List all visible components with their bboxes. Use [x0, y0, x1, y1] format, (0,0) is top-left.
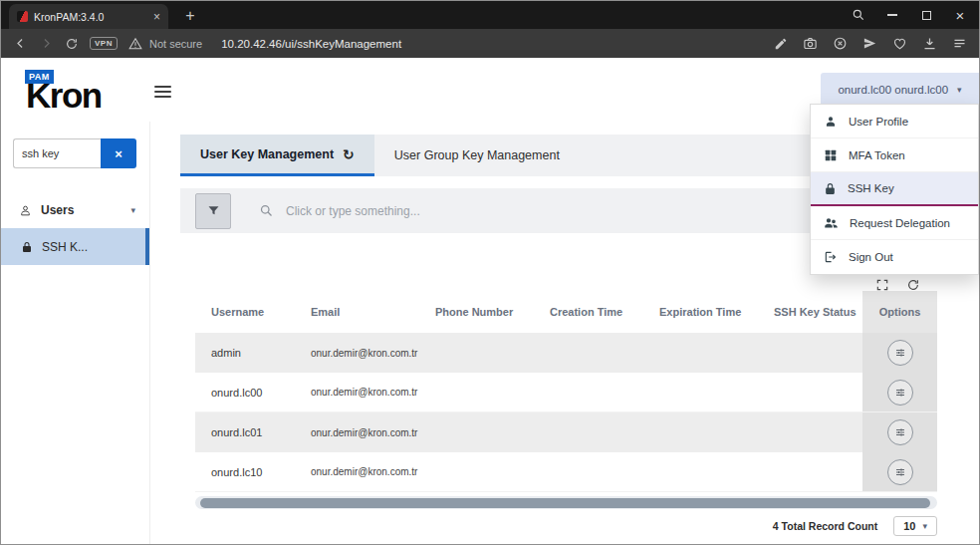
forward-icon[interactable]: [39, 36, 54, 51]
chevron-down-icon: ▾: [922, 521, 927, 531]
menu-toggle-icon[interactable]: [154, 86, 171, 101]
user-dropdown-menu: User Profile MFA Token SSH Key Request D…: [810, 104, 979, 275]
column-header-username[interactable]: Username: [195, 291, 295, 333]
row-options-button[interactable]: [887, 419, 913, 445]
new-tab-button[interactable]: +: [178, 4, 202, 28]
column-header-ssh-key-status[interactable]: SSH Key Status: [758, 291, 862, 333]
menu-item-label: Request Delegation: [850, 217, 950, 229]
tab-title: KronPAM:3.4.0: [34, 11, 147, 23]
sidebar-item-users[interactable]: Users ▾: [1, 196, 149, 224]
cell-expiration-time: [643, 333, 758, 373]
filter-button[interactable]: [195, 193, 231, 229]
edit-page-icon[interactable]: [774, 37, 788, 51]
search-icon: [259, 203, 274, 218]
column-header-phone-number[interactable]: Phone Number: [419, 291, 534, 333]
table-row[interactable]: onurd.lc00 onur.demir@kron.com.tr: [195, 373, 937, 412]
table-row[interactable]: admin onur.demir@kron.com.tr: [195, 333, 937, 373]
blocked-icon[interactable]: [833, 36, 848, 51]
cell-phone: [419, 452, 534, 491]
sliders-icon: [894, 426, 906, 438]
sidebar-search: ×: [13, 138, 136, 168]
downloads-icon[interactable]: [922, 36, 937, 51]
table-search-input[interactable]: [286, 204, 605, 218]
column-header-creation-time[interactable]: Creation Time: [534, 291, 643, 333]
cell-options: [862, 333, 937, 373]
refresh-tab-icon[interactable]: ↻: [343, 146, 355, 162]
chevron-down-icon: ▾: [957, 85, 962, 95]
sliders-icon: [894, 347, 906, 359]
menu-item-label: SSH Key: [848, 182, 894, 194]
refresh-table-icon[interactable]: [906, 278, 920, 292]
cell-email: onur.demir@kron.com.tr: [295, 412, 419, 452]
close-icon: ×: [115, 146, 122, 161]
table-row[interactable]: onurd.lc10 onur.demir@kron.com.tr: [195, 452, 937, 492]
app-page: PAM Kron onurd.lc00 onurd.lc00 ▾ User Pr…: [1, 58, 979, 544]
sign-out-icon: [824, 250, 838, 264]
security-label[interactable]: Not secure: [149, 38, 202, 50]
tab-user-key-management[interactable]: User Key Management ↻: [180, 135, 374, 176]
menu-item-sign-out[interactable]: Sign Out: [811, 240, 978, 274]
row-options-button[interactable]: [887, 380, 913, 406]
row-options-button[interactable]: [887, 340, 913, 366]
url-text[interactable]: 10.20.42.46/ui/sshKeyManagement: [221, 38, 763, 50]
browser-tab[interactable]: KronPAM:3.4.0 ×: [9, 4, 168, 29]
scrollbar-thumb[interactable]: [200, 498, 930, 508]
lock-icon: [21, 241, 33, 253]
page-size-select[interactable]: 10 ▾: [893, 516, 937, 536]
sidebar-item-ssh-key[interactable]: SSH K...: [1, 228, 149, 265]
cell-options: [862, 452, 937, 491]
user-menu-label: onurd.lc00 onurd.lc00: [838, 84, 948, 96]
cell-email: onur.demir@kron.com.tr: [295, 333, 419, 373]
maximize-button[interactable]: [909, 1, 943, 29]
sidebar-search-clear-button[interactable]: ×: [101, 138, 136, 168]
cell-phone: [419, 373, 534, 411]
tab-user-group-key-management[interactable]: User Group Key Management: [374, 135, 580, 176]
horizontal-scrollbar[interactable]: [195, 496, 937, 509]
table-footer: 4 Total Record Count 10 ▾: [195, 516, 937, 536]
cell-ssh-key-status: [758, 333, 862, 373]
cell-ssh-key-status: [758, 412, 862, 452]
cell-username: onurd.lc00: [195, 373, 295, 411]
tab-label: User Group Key Management: [394, 148, 560, 162]
screenshot-icon[interactable]: [803, 36, 818, 51]
vpn-badge[interactable]: VPN: [90, 37, 118, 50]
menu-item-user-profile[interactable]: User Profile: [811, 105, 978, 138]
user-icon: [19, 204, 32, 217]
menu-item-label: Sign Out: [849, 251, 893, 263]
cell-email: onur.demir@kron.com.tr: [295, 373, 419, 411]
tab-close-icon[interactable]: ×: [153, 11, 160, 23]
row-options-button[interactable]: [887, 459, 913, 485]
close-button[interactable]: ×: [943, 1, 977, 29]
user-icon: [824, 115, 838, 129]
refresh-icon[interactable]: [65, 37, 79, 51]
column-header-expiration-time[interactable]: Expiration Time: [643, 291, 758, 333]
column-header-email[interactable]: Email: [295, 291, 419, 333]
titlebar-search-icon[interactable]: [842, 1, 875, 29]
menu-item-label: User Profile: [849, 116, 908, 128]
address-bar: VPN Not secure 10.20.42.46/ui/sshKeyMana…: [1, 29, 979, 58]
sliders-icon: [894, 466, 906, 478]
favorites-heart-icon[interactable]: [892, 36, 907, 51]
maximize-table-icon[interactable]: [875, 278, 889, 292]
tab-label: User Key Management: [200, 147, 334, 161]
cell-options: [862, 412, 937, 452]
menu-item-mfa-token[interactable]: MFA Token: [811, 138, 978, 172]
cell-creation-time: [534, 452, 643, 491]
cell-expiration-time: [643, 452, 758, 491]
warning-icon[interactable]: [128, 37, 142, 51]
back-icon[interactable]: [13, 36, 28, 51]
menu-item-ssh-key[interactable]: SSH Key: [811, 172, 978, 206]
browser-menu-icon[interactable]: [952, 36, 967, 51]
cell-phone: [419, 333, 534, 373]
minimize-button[interactable]: [875, 1, 909, 29]
sidebar-search-input[interactable]: [13, 138, 101, 168]
table-tools: [875, 278, 920, 292]
table-row[interactable]: onurd.lc01 onur.demir@kron.com.tr: [195, 412, 937, 452]
cell-expiration-time: [643, 412, 758, 452]
chevron-down-icon: ▾: [130, 205, 135, 215]
cell-creation-time: [534, 333, 643, 373]
menu-item-request-delegation[interactable]: Request Delegation: [811, 206, 978, 240]
user-menu-button[interactable]: onurd.lc00 onurd.lc00 ▾: [821, 73, 979, 106]
share-icon[interactable]: [862, 36, 877, 51]
menu-item-label: MFA Token: [849, 149, 905, 161]
